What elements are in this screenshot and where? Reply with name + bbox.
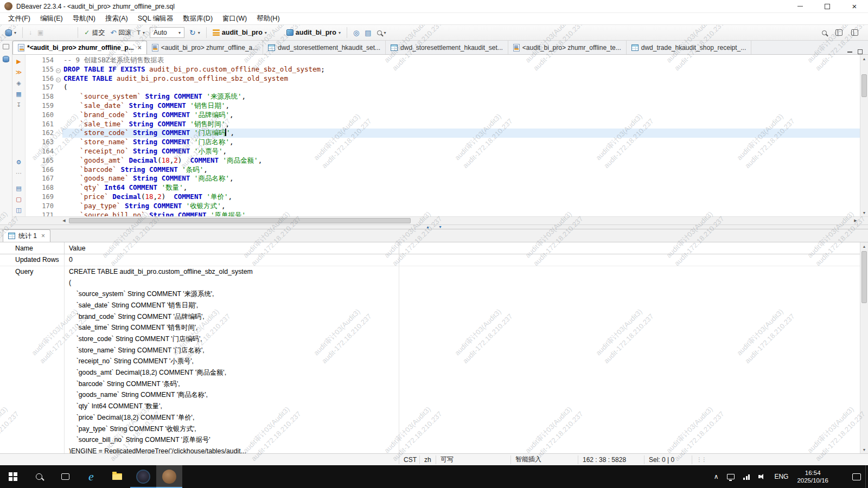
code-text[interactable]: `goods_amt` Decimal(18,2) COMMENT '商品金额'… [62,156,860,165]
scroll-down-icon[interactable]: ▼ [860,209,868,216]
code-text[interactable]: CREATE TABLE audit_bi_pro.custom_offline… [62,74,860,84]
splitter-up-icon[interactable]: ▲ [426,225,430,229]
code-line[interactable]: 166 `barcode` String COMMENT '条码', [25,165,860,175]
column-header-value[interactable]: Value [65,242,399,254]
code-line[interactable]: 165 `goods_amt` Decimal(18,2) COMMENT '商… [25,156,860,165]
code-text[interactable]: `source_system` String COMMENT '来源系统', [62,92,860,101]
action-center-button[interactable] [848,465,865,488]
code-text[interactable]: `price` Decimal(18,2) COMMENT '单价', [62,192,860,202]
dbeaver-taskbar-button[interactable] [156,465,182,488]
code-line[interactable]: 162 `store_code` String COMMENT '门店编码', [25,129,860,138]
results-vertical-scrollbar[interactable]: ▲ ▼ [860,242,868,453]
code-line[interactable]: 155DROP TABLE IF EXISTS audit_bi_pro.cus… [25,65,860,74]
code-text[interactable]: -- 9 创建SBZ老系统销售数据表 [62,56,860,65]
new-connection-button[interactable]: ▾ [3,26,19,39]
autocommit-combo[interactable]: Auto▾ [150,27,184,38]
result-name-cell[interactable]: Updated Rows [0,254,65,266]
database-selector[interactable]: audit_bi_pro▾ [210,26,270,39]
code-line[interactable]: 168 `qty` Int64 COMMENT '数量', [25,183,860,192]
more-icon[interactable]: ⋯ [16,170,22,176]
scrollbar-thumb[interactable] [861,251,867,303]
sync-connection-button[interactable]: ◎ [350,26,362,39]
menu-item[interactable]: 窗口(W) [218,13,252,24]
rollback-button[interactable]: ↶回滚 [107,26,134,39]
editor-tab[interactable]: <audit_bi_pro> zhumr_offline_a... [147,41,264,54]
result-value-cell[interactable]: 0 [65,254,399,266]
code-text[interactable]: `goods_name` String COMMENT '商品名称', [62,174,860,183]
fetch-page-button[interactable]: ↓ [26,26,35,39]
transaction-mode-button[interactable]: T▾ [134,26,148,39]
scroll-up-icon[interactable]: ▲ [860,55,868,62]
schema-selector[interactable]: audit_bi_pro▾ [284,26,343,39]
scroll-left-icon[interactable]: ◀ [60,217,68,224]
code-line[interactable]: 157( [25,83,860,92]
collapse-icon[interactable] [56,68,61,73]
new-script-icon[interactable]: ◫ [16,207,21,213]
language-indicator[interactable]: ENG [770,465,793,488]
execute-script-icon[interactable]: ≫ [16,69,22,75]
sql-editor[interactable]: 154-- 9 创建SBZ老系统销售数据表155DROP TABLE IF EX… [25,55,860,216]
task-view-button[interactable] [52,465,78,488]
column-header-name[interactable]: Name [0,242,65,254]
panel-splitter[interactable]: ▲ ▼ [0,224,868,229]
menu-item[interactable]: 文件(F) [3,13,35,24]
tray-network-button[interactable] [739,465,754,488]
save-button[interactable]: ▣ [35,26,46,39]
editor-tab[interactable]: <audit_bi_pro> zhumr_offline_te... [508,41,627,54]
code-text[interactable]: `store_name` String COMMENT '门店名称', [62,138,860,147]
export-data-icon[interactable]: ↧ [16,101,21,108]
stats-tab[interactable]: 统计 1 × [3,229,50,242]
close-button[interactable]: × [841,0,868,12]
editor-horizontal-scrollbar[interactable]: ◀ ▶ [12,216,868,224]
close-icon[interactable]: × [41,232,45,240]
refresh-button[interactable]: ↻▾ [187,26,203,39]
scrollbar-thumb[interactable] [861,74,867,97]
splitter-down-icon[interactable]: ▼ [438,225,442,229]
tray-expand-button[interactable]: ∧ [710,465,723,488]
scrollbar-thumb[interactable] [69,218,411,223]
code-text[interactable]: `pay_type` String COMMENT '收银方式', [62,202,860,211]
execute-statement-icon[interactable]: ▶ [16,58,21,65]
output-console-button[interactable]: ▤ [362,26,374,39]
code-line[interactable]: 154-- 9 创建SBZ老系统销售数据表 [25,56,860,65]
close-script-icon[interactable]: ▢ [16,196,21,202]
editor-vertical-scrollbar[interactable]: ▲ ▼ [860,55,868,216]
menu-item[interactable]: SQL 编辑器 [133,13,178,24]
minimize-button[interactable] [787,0,814,12]
tray-volume-button[interactable] [754,465,770,488]
open-perspective-button[interactable] [833,26,845,39]
code-line[interactable]: 170 `pay_type` String COMMENT '收银方式', [25,202,860,211]
commit-button[interactable]: ✓提交 [81,26,107,39]
database-navigator-icon[interactable] [3,56,9,62]
code-text[interactable]: `sale_time` String COMMENT '销售时间', [62,120,860,129]
maximize-button[interactable] [814,0,841,12]
code-text[interactable]: `store_code` String COMMENT '门店编码', [62,129,860,138]
code-line[interactable]: 167 `goods_name` String COMMENT '商品名称', [25,174,860,183]
menu-item[interactable]: 搜索(A) [100,13,133,24]
menu-item[interactable]: 帮助(H) [252,13,284,24]
code-text[interactable]: DROP TABLE IF EXISTS audit_bi_pro.custom… [62,65,860,74]
editor-tab[interactable]: *<audit_bi_pro> zhumr_offline_p...× [12,41,147,54]
result-name-cell[interactable]: Query [0,266,65,453]
result-grid-icon[interactable]: ▦ [16,91,21,97]
app-taskbar-button[interactable] [130,465,156,488]
quick-search-button[interactable] [819,26,829,39]
menu-item[interactable]: 编辑(E) [35,13,68,24]
explain-plan-icon[interactable]: ◈ [16,80,21,86]
code-text[interactable]: `source_bill_no` String COMMENT '原单据号' [62,211,860,216]
code-text[interactable]: ( [62,83,860,92]
menu-item[interactable]: 导航(N) [68,13,100,24]
editor-tab[interactable]: dwd_storesettlement_hkaudit_set... [263,41,386,54]
result-row[interactable]: Updated Rows0 [0,254,868,266]
result-value-cell[interactable]: CREATE TABLE audit_bi_pro.custom_offline… [65,266,399,453]
scroll-right-icon[interactable]: ▶ [852,217,859,224]
code-line[interactable]: 158 `source_system` String COMMENT '来源系统… [25,92,860,101]
menu-item[interactable]: 数据库(D) [178,13,218,24]
script-log-icon[interactable]: ▤ [16,185,21,191]
minimize-view-icon[interactable] [847,52,852,53]
code-line[interactable]: 156CREATE TABLE audit_bi_pro.custom_offl… [25,74,860,84]
start-button[interactable] [0,465,26,488]
code-line[interactable]: 171 `source_bill_no` String COMMENT '原单据… [25,211,860,216]
code-line[interactable]: 160 `brand_code` String COMMENT '品牌编码', [25,111,860,120]
code-text[interactable]: `brand_code` String COMMENT '品牌编码', [62,111,860,120]
